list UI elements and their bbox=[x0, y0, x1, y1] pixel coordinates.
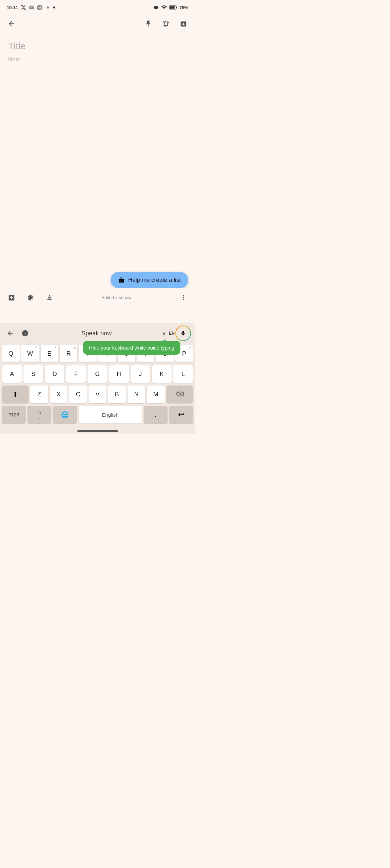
svg-point-0 bbox=[47, 6, 49, 9]
language-code: EN bbox=[169, 331, 175, 336]
key-d[interactable]: D bbox=[45, 365, 64, 383]
key-row-3: ⬆ Z X C V B N M ⌫ bbox=[2, 386, 193, 403]
emoji-key[interactable]: ☺ , bbox=[27, 406, 51, 423]
key-l[interactable]: L bbox=[173, 365, 193, 383]
key-k[interactable]: K bbox=[152, 365, 172, 383]
key-g[interactable]: G bbox=[87, 365, 107, 383]
speak-now-label: Speak now bbox=[34, 330, 159, 337]
weather-icon bbox=[45, 5, 51, 10]
ai-suggestion-label: Help me create a list bbox=[128, 277, 181, 283]
key-j[interactable]: J bbox=[131, 365, 150, 383]
pin-button[interactable] bbox=[142, 18, 154, 30]
edited-label: Edited just now bbox=[101, 295, 131, 300]
vibrate-icon bbox=[154, 5, 159, 10]
back-button[interactable] bbox=[5, 18, 18, 30]
key-x[interactable]: X bbox=[50, 386, 67, 403]
key-c[interactable]: C bbox=[69, 386, 87, 403]
mic-button[interactable] bbox=[175, 326, 191, 341]
keyboard: Speak now ∨ EN Hide your keyboard while … bbox=[0, 323, 195, 434]
ai-suggestion-button[interactable]: Help me create a list bbox=[111, 272, 188, 288]
key-b[interactable]: B bbox=[108, 386, 126, 403]
keyboard-back-button[interactable] bbox=[4, 327, 16, 339]
space-key-label: English bbox=[102, 412, 118, 418]
space-key[interactable]: English bbox=[79, 406, 142, 423]
key-n[interactable]: N bbox=[128, 386, 145, 403]
period-key[interactable]: . bbox=[144, 406, 168, 423]
key-f[interactable]: F bbox=[66, 365, 86, 383]
note-body-input[interactable]: Note bbox=[8, 56, 187, 63]
gmail-icon bbox=[29, 5, 34, 10]
status-indicators: 75% bbox=[154, 4, 188, 11]
dot-indicator bbox=[53, 6, 55, 8]
note-content-area[interactable]: Title Note bbox=[0, 34, 195, 70]
key-a[interactable]: A bbox=[2, 365, 22, 383]
home-indicator[interactable] bbox=[77, 430, 118, 432]
key-row-4: ?123 ☺ , 🌐 English . bbox=[2, 406, 193, 423]
twitter-icon bbox=[21, 5, 26, 10]
reminder-button[interactable] bbox=[160, 18, 172, 30]
app-bar bbox=[0, 14, 195, 34]
format-text-button[interactable] bbox=[43, 292, 56, 304]
key-r[interactable]: 4R bbox=[60, 345, 77, 362]
key-row-2: A S D F G H J K L bbox=[2, 365, 193, 383]
edited-timestamp: Edited just now bbox=[56, 295, 177, 300]
key-m[interactable]: M bbox=[147, 386, 164, 403]
numeric-switch-key[interactable]: ?123 bbox=[2, 406, 26, 423]
archive-button[interactable] bbox=[177, 18, 190, 30]
status-bar: 10:11 75% bbox=[0, 0, 195, 14]
battery-percent: 75% bbox=[179, 5, 188, 10]
svg-rect-2 bbox=[176, 6, 177, 8]
backspace-key[interactable]: ⌫ bbox=[167, 386, 193, 403]
time-display: 10:11 bbox=[7, 5, 18, 10]
key-q[interactable]: 1Q bbox=[2, 345, 20, 362]
bottom-toolbar: Edited just now bbox=[0, 288, 195, 307]
shift-key[interactable]: ⬆ bbox=[2, 386, 28, 403]
status-time: 10:11 bbox=[7, 5, 55, 10]
keyboard-keys: 1Q 2W 3E 4R 5T 6Y 7U 8I 9O 0P A S D F G … bbox=[0, 343, 195, 427]
voice-chevron-icon[interactable]: ∨ bbox=[162, 330, 166, 337]
svg-rect-3 bbox=[170, 6, 175, 9]
key-w[interactable]: 2W bbox=[21, 345, 39, 362]
telegram-icon bbox=[37, 5, 42, 10]
battery-icon bbox=[169, 5, 177, 10]
voice-tooltip: Hide your keyboard while voice typing bbox=[83, 341, 180, 355]
app-bar-actions bbox=[142, 18, 190, 30]
toolbar-actions-left bbox=[5, 292, 56, 304]
ai-icon bbox=[118, 277, 125, 283]
bottom-nav bbox=[0, 427, 195, 434]
key-z[interactable]: Z bbox=[30, 386, 48, 403]
voice-typing-bar: Speak now ∨ EN Hide your keyboard while … bbox=[0, 323, 195, 343]
more-options-button[interactable] bbox=[177, 292, 190, 304]
globe-key[interactable]: 🌐 bbox=[53, 406, 77, 423]
info-button[interactable] bbox=[19, 327, 31, 339]
note-title-input[interactable]: Title bbox=[8, 41, 187, 52]
tooltip-text: Hide your keyboard while voice typing bbox=[89, 345, 174, 351]
wifi-icon bbox=[161, 4, 167, 11]
palette-button[interactable] bbox=[24, 292, 37, 304]
key-v[interactable]: V bbox=[89, 386, 106, 403]
key-s[interactable]: S bbox=[23, 365, 43, 383]
toolbar-actions-right bbox=[177, 292, 190, 304]
add-button[interactable] bbox=[5, 292, 18, 304]
key-h[interactable]: H bbox=[109, 365, 129, 383]
enter-key[interactable] bbox=[169, 406, 193, 423]
key-e[interactable]: 3E bbox=[41, 345, 58, 362]
